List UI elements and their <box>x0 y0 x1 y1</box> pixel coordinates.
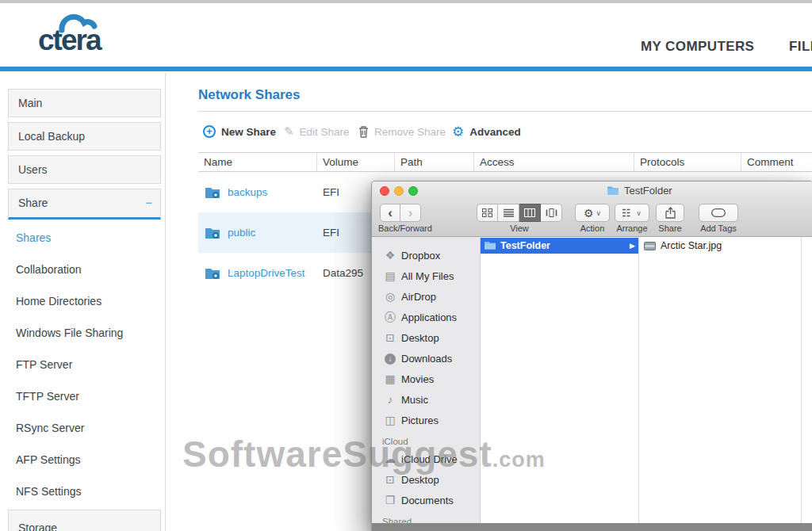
desktop-icon: ⊡ <box>382 332 398 343</box>
finder-sidebar-item-downloads[interactable]: ↓ Downloads <box>372 348 480 369</box>
finder-sidebar-item-dropbox[interactable]: ❖ Dropbox <box>372 245 480 266</box>
finder-column-2: Arctic Star.jpg <box>639 237 802 523</box>
nav-my-computers[interactable]: MY COMPUTERS <box>641 39 754 55</box>
item-label: Music <box>401 394 428 406</box>
music-icon: ♪ <box>382 394 398 405</box>
column-header-path[interactable]: Path <box>395 153 474 171</box>
logo-text: ctera <box>38 24 100 57</box>
share-label: Share <box>651 223 689 233</box>
down-arrow-glyph: ↓ <box>385 353 396 365</box>
new-share-button[interactable]: + New Share <box>203 123 276 140</box>
forward-button[interactable]: › <box>400 204 421 222</box>
selected-folder-row[interactable]: TestFolder ▶ <box>481 238 638 254</box>
arrange-label: Arrange <box>610 223 654 233</box>
table-header: Name Volume Path Access Protocols Commen… <box>198 152 812 172</box>
chevron-down-icon: ∨ <box>636 209 642 217</box>
share-name: public <box>228 227 255 239</box>
finder-sidebar-item-movies[interactable]: ▦ Movies <box>372 369 480 389</box>
item-label: Documents <box>401 495 454 506</box>
view-label: View <box>477 223 562 233</box>
sidebar-item-main[interactable]: Main <box>8 89 161 117</box>
tag-icon <box>711 208 726 217</box>
finder-sidebar-item-pictures[interactable]: ◫ Pictures <box>372 410 480 430</box>
share-name: backups <box>228 186 267 198</box>
minimize-icon[interactable] <box>394 186 404 196</box>
trash-icon <box>358 125 369 138</box>
zoom-icon[interactable] <box>408 186 418 196</box>
file-row[interactable]: Arctic Star.jpg <box>639 238 801 254</box>
sidebar-item-label: Local Backup <box>18 130 85 143</box>
sidebar-subitem-shares[interactable]: Shares <box>16 231 51 244</box>
documents-icon: ❐ <box>382 495 398 506</box>
finder-sidebar-item-desktop[interactable]: ⊡ Desktop <box>372 327 480 348</box>
chevron-down-icon: ∨ <box>596 209 601 217</box>
column-header-access[interactable]: Access <box>474 153 634 171</box>
file-name-label: Arctic Star.jpg <box>661 240 722 251</box>
column-header-protocols[interactable]: Protocols <box>634 153 741 171</box>
selected-folder-label: TestFolder <box>500 240 630 251</box>
edit-share-button[interactable]: ✎ Edit Share <box>284 123 350 140</box>
sidebar-subitem-afp-settings[interactable]: AFP Settings <box>16 453 80 466</box>
sidebar-divider <box>165 73 166 531</box>
finder-sidebar-item-airdrop[interactable]: ◎ AirDrop <box>372 286 480 307</box>
page-title: Network Shares <box>198 87 301 103</box>
gear-icon: ⚙ <box>452 125 464 139</box>
finder-sidebar-item-all-my-files[interactable]: ▤ All My Files <box>372 266 480 286</box>
nav-files[interactable]: FILES <box>789 39 812 55</box>
sidebar-subitem-ftp-server[interactable]: FTP Server <box>16 358 72 371</box>
finder-window-bottom-edge <box>372 523 812 531</box>
page: ctera MY COMPUTERS FILES Main Local Back… <box>0 0 812 531</box>
finder-sidebar-item-music[interactable]: ♪ Music <box>372 389 480 410</box>
item-label: Movies <box>401 373 434 385</box>
sidebar-item-label: Storage <box>18 521 57 531</box>
item-label: Pictures <box>401 414 439 426</box>
column-header-name[interactable]: Name <box>198 153 317 171</box>
sidebar-subitem-windows-file-sharing[interactable]: Windows File Sharing <box>16 327 123 339</box>
coverflow-view-button[interactable] <box>541 204 562 222</box>
arrange-icon <box>622 208 634 217</box>
finder-titlebar[interactable]: TestFolder <box>372 181 812 200</box>
finder-sidebar: ❖ Dropbox ▤ All My Files ◎ AirDrop Ⓐ App… <box>372 237 481 523</box>
sidebar-item-local-backup[interactable]: Local Backup <box>8 122 161 151</box>
window-title: TestFolder <box>607 185 672 197</box>
share-folder-icon <box>205 227 220 239</box>
column-view-button[interactable] <box>519 204 541 222</box>
desktop-icon: ⊡ <box>382 474 398 485</box>
item-label: All My Files <box>401 270 454 282</box>
remove-share-button[interactable]: Remove Share <box>358 123 446 140</box>
window-title-text: TestFolder <box>624 185 672 197</box>
arrange-button[interactable]: ∨ <box>615 204 649 222</box>
column-header-volume[interactable]: Volume <box>317 153 395 171</box>
finder-sidebar-item-documents[interactable]: ❐ Documents <box>372 490 480 510</box>
finder-sidebar-item-icloud-desktop[interactable]: ⊡ Desktop <box>372 469 480 490</box>
finder-sidebar-item-icloud-drive[interactable]: ☁ iCloud Drive <box>372 449 480 469</box>
finder-window: TestFolder ‹ › Back/Forward <box>371 181 812 531</box>
sidebar-item-share[interactable]: Share − <box>8 189 161 220</box>
column-header-comment[interactable]: Comment <box>741 153 812 171</box>
movies-icon: ▦ <box>382 373 398 384</box>
back-button[interactable]: ‹ <box>380 204 400 222</box>
folder-icon <box>484 241 496 250</box>
sidebar-subitem-nfs-settings[interactable]: NFS Settings <box>16 485 81 498</box>
ctera-logo[interactable]: ctera <box>38 6 141 62</box>
action-button[interactable]: ⚙ ∨ <box>575 204 610 222</box>
sidebar-item-label: Main <box>18 97 42 109</box>
advanced-button[interactable]: ⚙ Advanced <box>452 123 521 140</box>
sidebar-subitem-collaboration[interactable]: Collaboration <box>16 263 82 276</box>
action-gear-icon: ⚙ <box>584 207 594 220</box>
close-icon[interactable] <box>380 186 389 196</box>
finder-sidebar-item-applications[interactable]: Ⓐ Applications <box>372 307 480 327</box>
share-button[interactable] <box>656 204 684 222</box>
icon-view-button[interactable] <box>477 204 498 222</box>
add-tags-button[interactable] <box>699 204 738 222</box>
collapse-minus-icon[interactable]: − <box>145 189 152 216</box>
sidebar-subitem-rsync-server[interactable]: RSync Server <box>16 422 84 434</box>
item-label: Applications <box>401 311 457 323</box>
image-thumbnail-icon <box>644 242 656 250</box>
pictures-icon: ◫ <box>382 414 398 426</box>
sidebar-item-users[interactable]: Users <box>8 155 161 184</box>
sidebar-subitem-tftp-server[interactable]: TFTP Server <box>16 390 79 403</box>
sidebar-subitem-home-directories[interactable]: Home Directories <box>16 295 102 308</box>
list-view-button[interactable] <box>498 204 519 222</box>
sidebar-item-storage[interactable]: Storage <box>8 510 161 531</box>
